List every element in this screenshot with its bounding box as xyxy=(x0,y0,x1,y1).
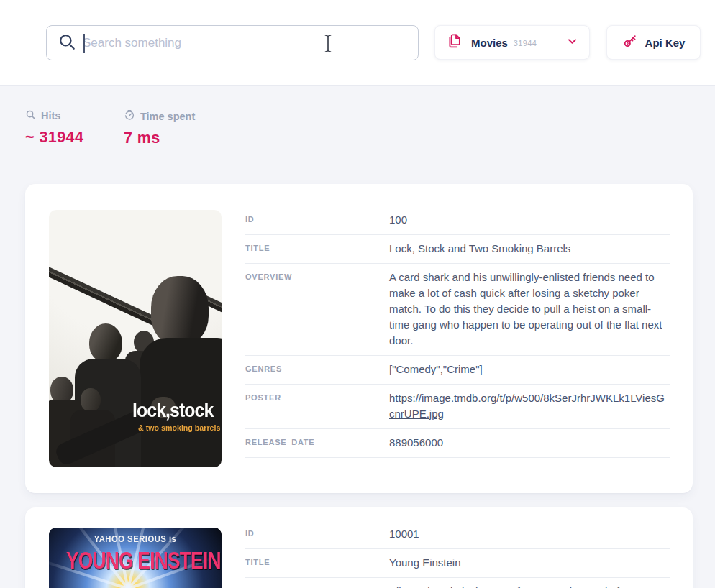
field-label: OVERVIEW xyxy=(245,270,389,349)
field-label: OVERVIEW xyxy=(245,584,389,588)
field-value: ["Comedy","Crime"] xyxy=(389,362,670,377)
time-spent-value: 7 ms xyxy=(124,129,195,147)
field-row-id: ID 10001 xyxy=(245,520,670,549)
field-label: TITLE xyxy=(245,241,389,257)
poster-title-text: YOUNG EINSTEIN xyxy=(66,547,204,574)
document-fields: ID 10001 TITLE Young Einstein OVERVIEW A… xyxy=(245,520,670,588)
stopwatch-icon xyxy=(124,109,135,123)
field-row-genres: GENRES ["Comedy","Crime"] xyxy=(245,356,670,385)
field-value: Lock, Stock and Two Smoking Barrels xyxy=(389,241,670,257)
search-input[interactable] xyxy=(83,26,418,60)
movie-poster-image: YAHOO SERIOUS is YOUNG EINSTEIN xyxy=(49,528,222,588)
poster-title-text: lock,stock xyxy=(132,400,213,422)
poster-header-text: YAHOO SERIOUS is xyxy=(63,533,208,544)
field-value: 889056000 xyxy=(389,435,670,451)
hits-stat: Hits ~ 31944 xyxy=(25,109,83,147)
field-row-id: ID 100 xyxy=(245,206,670,235)
poster-url-link[interactable]: https://image.tmdb.org/t/p/w500/8kSerJrh… xyxy=(389,390,670,422)
chevron-down-icon xyxy=(567,36,578,50)
field-row-overview: OVERVIEW Albert Einstein is the son of a… xyxy=(245,578,670,588)
result-card: lock,stock & two smoking barrels ID 100 … xyxy=(25,184,693,493)
search-box[interactable] xyxy=(46,25,419,60)
field-row-overview: OVERVIEW A card shark and his unwillingl… xyxy=(245,264,670,356)
movie-poster-image: lock,stock & two smoking barrels xyxy=(49,210,222,467)
index-doc-count: 31944 xyxy=(514,39,537,47)
field-value: 10001 xyxy=(389,526,670,542)
field-value: Young Einstein xyxy=(389,555,670,571)
field-label: GENRES xyxy=(245,362,389,377)
hits-label: Hits xyxy=(41,110,60,121)
document-fields: ID 100 TITLE Lock, Stock and Two Smoking… xyxy=(245,206,670,458)
field-row-release-date: RELEASE_DATE 889056000 xyxy=(245,429,670,458)
field-value: A card shark and his unwillingly-enliste… xyxy=(389,270,670,349)
api-key-button[interactable]: Api Key xyxy=(606,25,701,60)
time-spent-label: Time spent xyxy=(140,111,195,122)
result-card: YAHOO SERIOUS is YOUNG EINSTEIN ID 10001… xyxy=(25,507,693,588)
hits-search-icon xyxy=(25,109,36,122)
hits-value: ~ 31944 xyxy=(25,129,83,147)
documents-icon xyxy=(447,33,463,52)
field-row-poster: POSTER https://image.tmdb.org/t/p/w500/8… xyxy=(245,385,670,429)
field-row-title: TITLE Lock, Stock and Two Smoking Barrel… xyxy=(245,235,670,264)
key-icon xyxy=(622,33,638,52)
index-name: Movies xyxy=(471,37,508,49)
header: Movies 31944 Api Key xyxy=(0,0,715,86)
field-label: ID xyxy=(245,212,389,228)
time-spent-stat: Time spent 7 ms xyxy=(124,109,195,147)
field-label: POSTER xyxy=(245,390,389,422)
poster-subtitle-text: & two smoking barrels xyxy=(138,423,220,432)
field-label: ID xyxy=(245,526,389,542)
ibeam-mouse-cursor xyxy=(323,34,333,56)
search-icon xyxy=(58,32,76,54)
field-label: TITLE xyxy=(245,555,389,571)
field-row-title: TITLE Young Einstein xyxy=(245,549,670,578)
field-label: RELEASE_DATE xyxy=(245,435,389,451)
index-selector-button[interactable]: Movies 31944 xyxy=(434,25,590,60)
field-value: 100 xyxy=(389,212,670,228)
field-value: Albert Einstein is the son of a Tasmania… xyxy=(389,584,670,588)
text-caret xyxy=(83,34,85,53)
api-key-label: Api Key xyxy=(645,37,686,49)
